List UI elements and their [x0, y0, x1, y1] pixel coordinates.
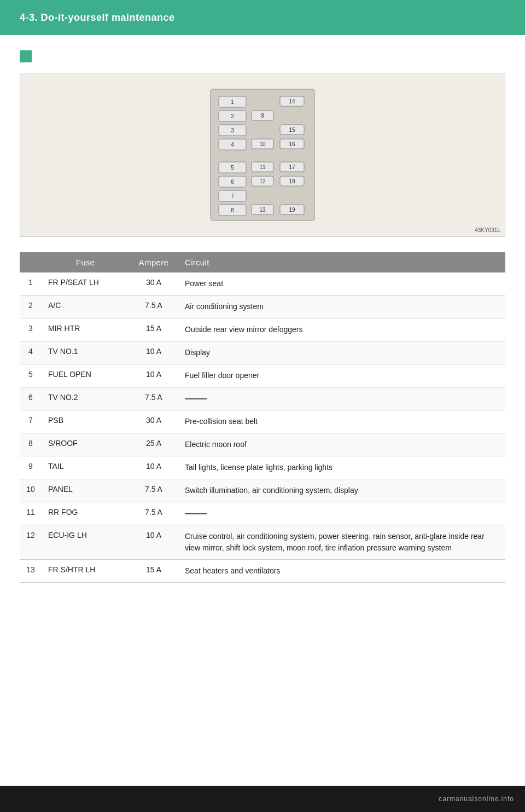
table-row: 7PSB30 APre-collision seat belt — [20, 410, 505, 433]
page-container: 4-3. Do-it-yourself maintenance 1 2 3 — [0, 0, 525, 812]
cell-ampere: 10 A — [129, 456, 178, 479]
cell-circuit: Power seat — [178, 272, 505, 295]
svg-text:16: 16 — [289, 141, 295, 147]
col-ampere: Ampere — [129, 252, 178, 272]
fuse-box-svg: 1 2 3 4 5 6 — [208, 86, 317, 223]
cell-fuse: TAIL — [42, 456, 129, 479]
content-area: 1 2 3 4 5 6 — [0, 35, 525, 786]
table-row: 12ECU-IG LH10 ACruise control, air condi… — [20, 525, 505, 560]
svg-text:5: 5 — [231, 165, 234, 171]
cell-fuse: A/C — [42, 295, 129, 318]
cell-num: 13 — [20, 560, 42, 583]
diagram-inner: 1 2 3 4 5 6 — [208, 86, 317, 223]
table-row: 4TV NO.110 ADisplay — [20, 341, 505, 364]
table-row: 6TV NO.27.5 A — [20, 387, 505, 410]
cell-ampere: 10 A — [129, 341, 178, 364]
section-icon — [20, 50, 32, 62]
cell-fuse: TV NO.1 — [42, 341, 129, 364]
cell-num: 10 — [20, 479, 42, 502]
cell-ampere: 10 A — [129, 364, 178, 387]
cell-circuit: Seat heaters and ventilators — [178, 560, 505, 583]
table-row: 2A/C7.5 AAir conditioning system — [20, 295, 505, 318]
cell-num: 11 — [20, 502, 42, 525]
svg-text:14: 14 — [289, 98, 295, 105]
cell-circuit: Outside rear view mirror defoggers — [178, 318, 505, 341]
col-circuit: Circuit — [178, 252, 505, 272]
svg-text:17: 17 — [289, 164, 295, 170]
svg-text:15: 15 — [289, 127, 295, 133]
header-bar: 4-3. Do-it-yourself maintenance — [0, 0, 525, 35]
table-row: 1FR P/SEAT LH30 APower seat — [20, 272, 505, 295]
table-row: 10PANEL7.5 ASwitch illumination, air con… — [20, 479, 505, 502]
col-num — [20, 252, 42, 272]
svg-text:8: 8 — [231, 207, 234, 213]
cell-fuse: PSB — [42, 410, 129, 433]
cell-ampere: 30 A — [129, 272, 178, 295]
table-row: 9TAIL10 ATail lights, license plate ligh… — [20, 456, 505, 479]
cell-num: 7 — [20, 410, 42, 433]
cell-circuit: Switch illumination, air conditioning sy… — [178, 479, 505, 502]
cell-circuit: Cruise control, air conditioning system,… — [178, 525, 505, 560]
fuse-diagram: 1 2 3 4 5 6 — [20, 73, 505, 237]
cell-ampere: 15 A — [129, 560, 178, 583]
dash-indicator — [185, 398, 207, 399]
cell-num: 1 — [20, 272, 42, 295]
cell-fuse: S/ROOF — [42, 433, 129, 456]
cell-ampere: 25 A — [129, 433, 178, 456]
cell-num: 6 — [20, 387, 42, 410]
cell-num: 5 — [20, 364, 42, 387]
cell-circuit: Electric moon roof — [178, 433, 505, 456]
fuse-table: Fuse Ampere Circuit 1FR P/SEAT LH30 APow… — [20, 252, 505, 583]
footer-area: carmanualsonline.info — [0, 786, 525, 812]
cell-circuit: Air conditioning system — [178, 295, 505, 318]
cell-ampere: 30 A — [129, 410, 178, 433]
svg-text:1: 1 — [231, 99, 234, 105]
svg-text:2: 2 — [231, 113, 234, 119]
cell-ampere: 15 A — [129, 318, 178, 341]
cell-num: 3 — [20, 318, 42, 341]
col-fuse: Fuse — [42, 252, 129, 272]
cell-ampere: 7.5 A — [129, 295, 178, 318]
svg-text:4: 4 — [231, 142, 234, 148]
cell-fuse: ECU-IG LH — [42, 525, 129, 560]
cell-ampere: 10 A — [129, 525, 178, 560]
cell-num: 4 — [20, 341, 42, 364]
table-row: 3MIR HTR15 AOutside rear view mirror def… — [20, 318, 505, 341]
cell-circuit — [178, 387, 505, 410]
footer-logo: carmanualsonline.info — [439, 795, 514, 803]
svg-text:3: 3 — [231, 127, 234, 134]
cell-ampere: 7.5 A — [129, 502, 178, 525]
cell-circuit — [178, 502, 505, 525]
cell-ampere: 7.5 A — [129, 479, 178, 502]
header-title: 4-3. Do-it-yourself maintenance — [20, 12, 175, 24]
svg-text:12: 12 — [259, 178, 266, 184]
diagram-label: 43KY091L — [475, 227, 500, 233]
svg-text:18: 18 — [289, 178, 295, 184]
cell-circuit: Fuel filler door opener — [178, 364, 505, 387]
cell-num: 8 — [20, 433, 42, 456]
cell-fuse: FUEL OPEN — [42, 364, 129, 387]
cell-fuse: TV NO.2 — [42, 387, 129, 410]
cell-fuse: FR P/SEAT LH — [42, 272, 129, 295]
cell-fuse: FR S/HTR LH — [42, 560, 129, 583]
cell-circuit: Display — [178, 341, 505, 364]
cell-circuit: Pre-collision seat belt — [178, 410, 505, 433]
table-row: 5FUEL OPEN10 AFuel filler door opener — [20, 364, 505, 387]
cell-num: 9 — [20, 456, 42, 479]
cell-num: 12 — [20, 525, 42, 560]
cell-fuse: PANEL — [42, 479, 129, 502]
table-row: 8S/ROOF25 AElectric moon roof — [20, 433, 505, 456]
svg-text:10: 10 — [259, 141, 266, 147]
table-row: 11RR FOG7.5 A — [20, 502, 505, 525]
table-body: 1FR P/SEAT LH30 APower seat2A/C7.5 AAir … — [20, 272, 505, 583]
svg-text:19: 19 — [289, 207, 295, 213]
dash-indicator — [185, 513, 207, 514]
svg-text:11: 11 — [259, 164, 266, 170]
svg-text:9: 9 — [261, 113, 264, 119]
cell-ampere: 7.5 A — [129, 387, 178, 410]
svg-text:6: 6 — [231, 179, 234, 185]
table-row: 13FR S/HTR LH15 ASeat heaters and ventil… — [20, 560, 505, 583]
cell-num: 2 — [20, 295, 42, 318]
cell-fuse: MIR HTR — [42, 318, 129, 341]
cell-circuit: Tail lights, license plate lights, parki… — [178, 456, 505, 479]
